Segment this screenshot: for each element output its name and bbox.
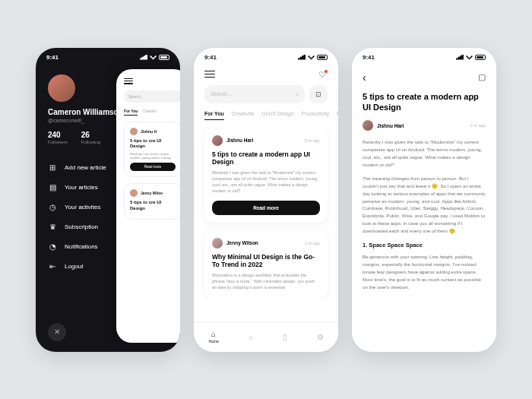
activity-icon: ◷ [48, 203, 57, 212]
avatar [212, 238, 223, 249]
signal-icon [140, 55, 147, 60]
tab-for-you: For You [124, 109, 138, 116]
logout-icon: ⇤ [48, 262, 57, 271]
author-name: Jishnu H [141, 129, 157, 134]
peeking-home-screen[interactable]: Search... For You Creativit Jishnu H 5 t… [116, 69, 180, 343]
status-time: 9:41 [363, 54, 375, 61]
tab-for-you[interactable]: For You [204, 111, 224, 120]
tab-uiux[interactable]: UI/UX Design [261, 111, 293, 120]
menu-label: Subscription [65, 223, 98, 230]
read-more-button[interactable]: Read more [212, 201, 320, 215]
nav-settings[interactable]: ⚙ [317, 333, 324, 341]
scan-icon: ⊡ [315, 90, 321, 98]
search-input[interactable]: Search... ⌕ [204, 85, 305, 103]
status-bar: 9:41 [194, 48, 338, 67]
scan-button[interactable]: ⊡ [309, 85, 328, 103]
crown-icon: ♛ [48, 223, 57, 232]
card-excerpt: Minimalism is a design aesthetic that em… [212, 273, 320, 291]
bottom-nav: ⌂Home ⌕ ▯ ⚙ [194, 321, 338, 352]
card-excerpt: Recently I wa current compa modern, youn… [130, 152, 176, 160]
screen-drawer: 9:41 Cameron Williamson @cameronwill_ 24… [36, 48, 180, 352]
nav-home[interactable]: ⌂Home [208, 330, 218, 344]
search-placeholder: Search... [128, 94, 144, 99]
article-feed[interactable]: Jishnu Hari 2 hr ago 5 tips to create a … [194, 128, 338, 299]
paragraph: Recently I was given the task to "Modern… [363, 138, 486, 169]
signal-icon [456, 55, 464, 60]
hamburger-button[interactable] [204, 71, 215, 78]
status-time: 9:41 [46, 54, 59, 61]
author-name: Jishnu Hari [226, 138, 253, 143]
avatar[interactable] [48, 74, 75, 102]
tab-productivity[interactable]: Productivity [302, 111, 329, 120]
back-button[interactable]: ‹ [363, 71, 366, 84]
status-bar: 9:41 [352, 48, 496, 67]
menu-label: Your activites [65, 204, 100, 211]
section-heading: 1. Space Space Space [363, 241, 486, 250]
menu-label: Logout [65, 263, 83, 270]
read-more-button-peek: Read more [130, 163, 176, 171]
wifi-icon [466, 55, 473, 60]
author-name: Jishnu Hari [377, 123, 404, 128]
wifi-icon [308, 55, 315, 60]
article-body: Recently I was given the task to "Modern… [363, 138, 486, 291]
bell-icon: ◔ [48, 242, 57, 252]
timestamp: 2 hr ago [470, 123, 486, 128]
author-block[interactable]: Jenny Wilson [212, 238, 258, 249]
article-card[interactable]: Jenny Wilson 2 hr ago Why Minimal UI Des… [204, 230, 328, 299]
category-tabs: For You Creativite UI/UX Design Producti… [194, 111, 338, 128]
battery-icon [475, 55, 486, 60]
article-title: 5 tips to create a modern app UI Design [363, 91, 486, 113]
nav-search[interactable]: ⌕ [249, 333, 253, 341]
status-time: 9:41 [204, 54, 217, 61]
card-title: 5 tips to create a modern app UI Design [212, 150, 320, 166]
side-drawer: 9:41 Cameron Williamson @cameronwill_ 24… [36, 48, 180, 352]
author-block[interactable]: Jishnu Hari [363, 120, 404, 131]
search-icon: ⌕ [296, 91, 299, 97]
top-bar: ♡ [194, 67, 338, 85]
author-name: Jenny Wilson [226, 240, 258, 245]
status-icons [456, 55, 486, 60]
avatar [363, 120, 373, 131]
article-card[interactable]: Jishnu Hari 2 hr ago 5 tips to create a … [204, 128, 328, 223]
following-stat[interactable]: 26 Following [81, 131, 100, 144]
tab-creativity: Creativit [142, 109, 156, 116]
home-icon: ⌂ [211, 330, 216, 338]
card-title: 5 tips to cre UI Design [130, 200, 176, 211]
bookmark-button[interactable]: ▢ [478, 72, 486, 82]
tab-creativity[interactable]: Creativite [232, 111, 255, 120]
screen-article: 9:41 ‹ ▢ 5 tips to create a modern app U… [352, 48, 496, 352]
wifi-icon [150, 55, 157, 60]
close-drawer-button[interactable]: ✕ [48, 323, 66, 341]
category-tabs-peek: For You Creativit [124, 109, 180, 116]
author-block[interactable]: Jishnu Hari [212, 135, 253, 146]
tab-more[interactable]: F [337, 111, 338, 120]
nav-bookmarks[interactable]: ▯ [283, 333, 287, 341]
followers-label: Followers [48, 140, 68, 144]
battery-icon [317, 55, 328, 60]
battery-icon [159, 55, 169, 60]
search-icon: ⌕ [249, 333, 253, 341]
status-icons [140, 55, 169, 60]
timestamp: 2 hr ago [305, 241, 320, 245]
card-title: Why Minimal UI Design is the Go-To Trend… [212, 253, 320, 269]
search-input-peek: Search... [124, 90, 180, 103]
avatar [212, 135, 223, 146]
article-content[interactable]: 5 tips to create a modern app UI Design … [352, 91, 496, 291]
notifications-button[interactable]: ♡ [318, 70, 328, 79]
nav-label: Home [208, 339, 218, 344]
search-placeholder: Search... [211, 91, 232, 97]
followers-count: 240 [48, 131, 68, 139]
plus-icon: ⊞ [48, 163, 57, 173]
signal-icon [298, 55, 306, 60]
article-card-peek: Jenny Wilso 5 tips to cre UI Design [124, 183, 180, 220]
bookmark-icon: ▯ [283, 333, 287, 341]
search-row: Search... ⌕ ⊡ [194, 85, 338, 111]
gear-icon: ⚙ [317, 333, 324, 341]
status-icons [298, 55, 328, 60]
card-excerpt: Recently I was given the task to "Modern… [212, 170, 320, 195]
followers-stat[interactable]: 240 Followers [48, 131, 68, 144]
paragraph: Be generous with your spacing. Line heig… [363, 253, 486, 291]
article-card-peek: Jishnu H 5 tips to cre UI Design Recentl… [124, 122, 180, 178]
card-title: 5 tips to cre UI Design [130, 138, 176, 150]
article-meta: Jishnu Hari 2 hr ago [363, 120, 486, 131]
